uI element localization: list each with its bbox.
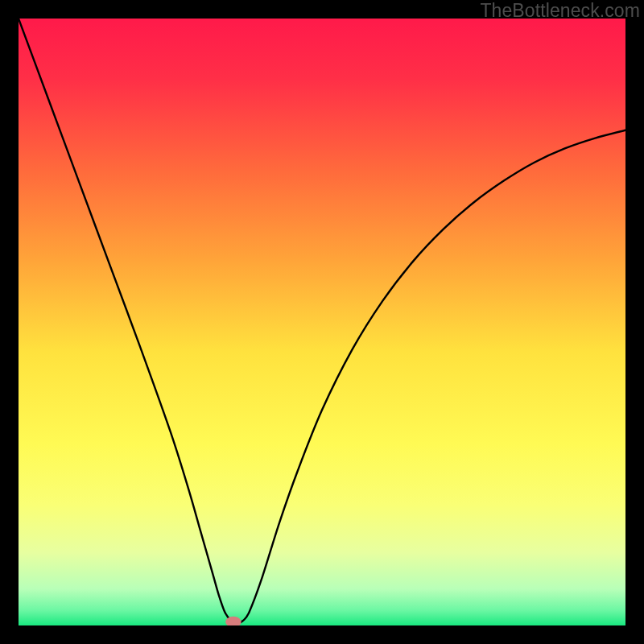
chart-frame: TheBottleneck.com	[0, 0, 644, 644]
chart-svg	[19, 19, 625, 625]
gradient-background	[19, 19, 625, 625]
plot-area	[19, 19, 625, 625]
